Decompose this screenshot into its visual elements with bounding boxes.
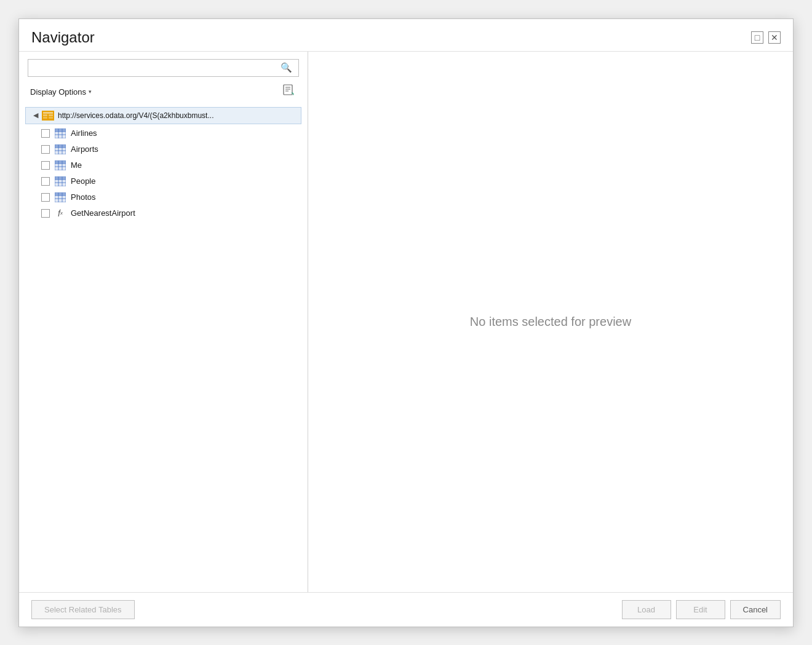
list-item[interactable]: Photos <box>19 189 308 205</box>
list-item[interactable]: fx GetNearestAirport <box>19 205 308 221</box>
get-nearest-airport-label: GetNearestAirport <box>71 208 135 218</box>
svg-rect-36 <box>55 192 66 196</box>
cancel-button[interactable]: Cancel <box>730 600 781 619</box>
photos-checkbox[interactable] <box>41 193 50 202</box>
footer-left: Select Related Tables <box>31 600 135 619</box>
airlines-checkbox[interactable] <box>41 129 50 138</box>
svg-rect-2 <box>43 112 53 114</box>
minimize-button[interactable]: □ <box>751 31 763 44</box>
list-item[interactable]: Airlines <box>19 125 308 141</box>
select-related-tables-button[interactable]: Select Related Tables <box>31 600 135 619</box>
svg-rect-15 <box>55 144 66 148</box>
edit-button[interactable]: Edit <box>676 600 725 619</box>
search-bar: 🔍 <box>19 52 308 82</box>
svg-rect-5 <box>43 117 47 119</box>
airlines-label: Airlines <box>71 129 97 138</box>
svg-rect-8 <box>55 129 66 132</box>
svg-rect-4 <box>49 114 53 116</box>
window-controls: □ ✕ <box>751 31 781 44</box>
airports-label: Airports <box>71 144 98 154</box>
search-input[interactable] <box>28 60 298 76</box>
function-icon: fx <box>55 208 66 218</box>
chevron-down-icon: ▾ <box>89 89 92 95</box>
list-item[interactable]: Me <box>19 157 308 173</box>
load-button[interactable]: Load <box>622 600 671 619</box>
me-checkbox[interactable] <box>41 161 50 170</box>
list-item[interactable]: Airports <box>19 141 308 157</box>
svg-rect-29 <box>55 176 66 180</box>
table-icon <box>55 129 66 138</box>
photos-label: Photos <box>71 192 95 202</box>
people-label: People <box>71 176 95 186</box>
display-options-bar: Display Options ▾ <box>19 82 308 105</box>
display-options-label: Display Options <box>30 87 86 97</box>
search-button[interactable]: 🔍 <box>278 61 295 74</box>
main-content: 🔍 Display Options ▾ <box>19 51 793 592</box>
search-input-wrap: 🔍 <box>28 59 299 77</box>
footer: Select Related Tables Load Edit Cancel <box>19 592 793 627</box>
me-label: Me <box>71 160 82 170</box>
table-icon <box>55 176 66 186</box>
get-nearest-airport-checkbox[interactable] <box>41 209 50 218</box>
dialog-title: Navigator <box>31 29 95 46</box>
close-button[interactable]: ✕ <box>768 31 781 44</box>
tree-root-label: http://services.odata.org/V4/(S(a2khbuxb… <box>58 111 213 120</box>
list-item[interactable]: People <box>19 173 308 189</box>
footer-right: Load Edit Cancel <box>622 600 781 619</box>
left-panel: 🔍 Display Options ▾ <box>19 52 308 592</box>
table-icon <box>55 144 66 154</box>
svg-rect-22 <box>55 160 66 164</box>
svg-rect-3 <box>43 114 47 116</box>
refresh-button[interactable] <box>279 83 299 101</box>
title-bar: Navigator □ ✕ <box>19 19 793 51</box>
people-checkbox[interactable] <box>41 177 50 186</box>
svg-rect-0 <box>284 85 292 95</box>
svg-rect-6 <box>49 117 53 119</box>
navigator-dialog: Navigator □ ✕ 🔍 Display Options ▾ <box>18 18 794 627</box>
right-panel: No items selected for preview <box>308 52 793 592</box>
tree-area: ◀ http://services.odata.org/V4/(S(a2khbu… <box>19 105 308 592</box>
table-icon <box>55 160 66 170</box>
collapse-arrow-icon: ◀ <box>33 111 38 119</box>
display-options-button[interactable]: Display Options ▾ <box>28 86 94 98</box>
tree-root-node[interactable]: ◀ http://services.odata.org/V4/(S(a2khbu… <box>25 107 301 124</box>
root-table-icon <box>42 111 54 121</box>
table-icon <box>55 192 66 202</box>
airports-checkbox[interactable] <box>41 145 50 154</box>
no-items-text: No items selected for preview <box>470 315 631 329</box>
